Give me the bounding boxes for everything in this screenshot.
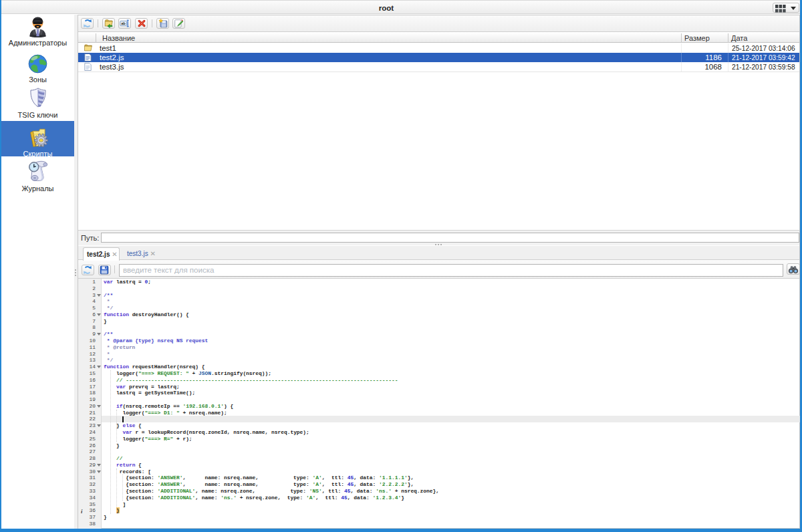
svg-text:ab: ab bbox=[121, 21, 126, 25]
